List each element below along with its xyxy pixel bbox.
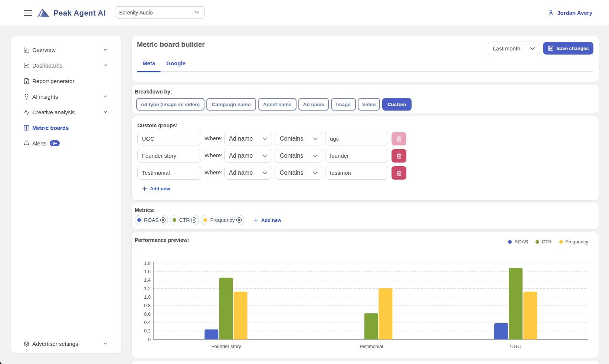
svg-text:Testimonial: Testimonial <box>359 344 383 349</box>
svg-text:1.2: 1.2 <box>144 286 151 291</box>
svg-text:0.6: 0.6 <box>144 311 151 317</box>
svg-text:1.0: 1.0 <box>144 294 151 300</box>
svg-text:Founder story: Founder story <box>211 344 241 349</box>
svg-text:1.8: 1.8 <box>144 260 151 266</box>
svg-text:0.2: 0.2 <box>144 328 151 334</box>
svg-text:0: 0 <box>148 337 151 342</box>
svg-text:1.6: 1.6 <box>144 269 151 274</box>
svg-text:0.4: 0.4 <box>144 319 151 325</box>
svg-text:0.8: 0.8 <box>144 303 151 308</box>
svg-text:UGC: UGC <box>510 344 521 349</box>
svg-text:1.4: 1.4 <box>144 277 151 283</box>
